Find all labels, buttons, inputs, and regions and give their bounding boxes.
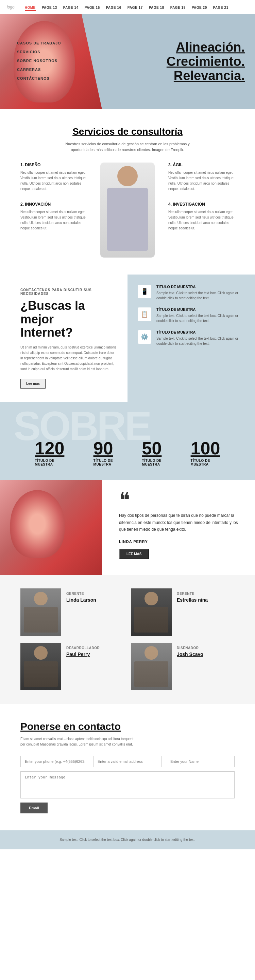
servicios-section: Servicios de consultoría Nuestros servic… — [0, 109, 255, 275]
quote-lee-mas-button[interactable]: LEE MAS — [119, 549, 149, 559]
contact-form: Email — [21, 756, 234, 813]
quote-section: ❝ Hay dos tipos de personas que te dirán… — [0, 480, 255, 575]
nav-item-p21[interactable]: PAGE 21 — [213, 4, 228, 10]
hero-tagline: Alineación. Crecimiento. Relevancia. — [167, 40, 245, 83]
team-name-4: Josh Scavo — [177, 652, 203, 657]
team-photo-2 — [131, 589, 172, 636]
team-photo-1 — [21, 589, 61, 636]
servicios-item-4: 4. INVESTIGACIÓN Nec ullamcorper sit ame… — [168, 202, 234, 231]
team-section: GERENTE Linda Larson GERENTE Estrellas n… — [0, 575, 255, 704]
hero-menu: CASOS DE TRABAJO SERVICIOS SOBRE NOSOTRO… — [17, 40, 61, 84]
stat-number-4: 100 — [191, 439, 220, 457]
stat-item-2: 90 TÍTULO DEMUESTRA — [93, 439, 113, 466]
lee-mas-button[interactable]: Lee mas — [21, 379, 46, 388]
nav-item-p14[interactable]: PAGE 14 — [63, 4, 79, 10]
servicios-item-1: 1. DISEÑO Nec ullamcorper sit amet risus… — [21, 162, 87, 192]
team-name-2: Estrellas nina — [177, 597, 208, 603]
nav-item-p15[interactable]: PAGE 15 — [85, 4, 100, 10]
team-role-1: GERENTE — [66, 592, 96, 595]
message-textarea[interactable] — [21, 771, 234, 799]
stat-number-1: 120 — [35, 439, 64, 457]
feature-icon-1: 📱 — [138, 285, 151, 298]
stat-item-3: 50 TÍTULO DEMUESTRA — [142, 439, 162, 466]
quote-image — [0, 480, 102, 575]
footer-text: Sample text. Click to select the text bo… — [21, 837, 234, 843]
buscas-section: CONTÁCTENOS PARA DISCUTIR SUS NECESIDADE… — [0, 275, 255, 402]
team-name-3: Paul Perry — [66, 652, 99, 657]
navbar: logo HOME PAGE 13 PAGE 14 PAGE 15 PAGE 1… — [0, 0, 255, 14]
servicios-item-3: 3. ÁGIL Nec ullamcorper sit amet risus n… — [168, 162, 234, 192]
contact-row-1 — [21, 756, 234, 767]
team-role-4: DISEÑADOR — [177, 646, 203, 650]
contact-desc: Etiam sit amet convallis erat – class ap… — [21, 737, 191, 747]
hero-menu-sobre[interactable]: SOBRE NOSOTROS — [17, 57, 61, 64]
stat-item-4: 100 TÍTULO DEMUESTRA — [191, 439, 220, 466]
team-photo-4 — [131, 643, 172, 690]
hero-section: CASOS DE TRABAJO SERVICIOS SOBRE NOSOTRO… — [0, 14, 255, 109]
team-info-3: DESARROLLADOR Paul Perry — [66, 643, 99, 657]
feature-text-2: TÍTULO DE MUESTRA Sample text. Click to … — [156, 307, 245, 323]
feature-item-3: ⚙️ TÍTULO DE MUESTRA Sample text. Click … — [138, 330, 245, 346]
servicios-title: Servicios de consultoría — [21, 126, 234, 137]
team-card-2: GERENTE Estrellas nina — [131, 589, 234, 636]
feature-item-2: 📋 TÍTULO DE MUESTRA Sample text. Click t… — [138, 307, 245, 323]
footer: Sample text. Click to select the text bo… — [0, 830, 255, 850]
nav-links: HOME PAGE 13 PAGE 14 PAGE 15 PAGE 16 PAG… — [25, 4, 228, 10]
hero-menu-carreras[interactable]: CARRERAS — [17, 66, 61, 72]
servicios-subtitle: Nuestros servicios de consultoría de ges… — [59, 141, 196, 152]
team-card-1: GERENTE Linda Larson — [21, 589, 124, 636]
servicios-left: 1. DISEÑO Nec ullamcorper sit amet risus… — [21, 162, 87, 241]
team-role-2: GERENTE — [177, 592, 208, 595]
team-info-4: DISEÑADOR Josh Scavo — [177, 643, 203, 657]
nav-item-p16[interactable]: PAGE 16 — [106, 4, 121, 10]
buscas-title: ¿Buscas la mejor Internet? — [21, 299, 117, 339]
nav-item-p19[interactable]: PAGE 19 — [170, 4, 186, 10]
servicios-item-2: 2. INNOVACIÓN Nec ullamcorper sit amet r… — [21, 202, 87, 231]
hero-menu-casos[interactable]: CASOS DE TRABAJO — [17, 40, 61, 46]
name-input[interactable] — [166, 756, 234, 767]
team-info-2: GERENTE Estrellas nina — [177, 589, 208, 603]
submit-button[interactable]: Email — [21, 803, 48, 813]
contact-section: Ponerse en contacto Etiam sit amet conva… — [0, 704, 255, 830]
stat-number-2: 90 — [93, 439, 113, 457]
nav-logo: logo — [7, 5, 14, 10]
stat-label-1: TÍTULO DEMUESTRA — [35, 459, 64, 466]
team-photo-3 — [21, 643, 61, 690]
quote-author: LINDA PERRY — [119, 539, 241, 544]
quote-text: Hay dos tipos de personas que te dirán q… — [119, 512, 241, 533]
team-info-1: GERENTE Linda Larson — [66, 589, 96, 603]
buscas-right: 📱 TÍTULO DE MUESTRA Sample text. Click t… — [127, 275, 255, 402]
stat-item-1: 120 TÍTULO DEMUESTRA — [35, 439, 64, 466]
team-name-1: Linda Larson — [66, 597, 96, 603]
buscas-label: CONTÁCTENOS PARA DISCUTIR SUS NECESIDADE… — [21, 288, 117, 296]
team-role-3: DESARROLLADOR — [66, 646, 99, 650]
feature-item-1: 📱 TÍTULO DE MUESTRA Sample text. Click t… — [138, 285, 245, 301]
contact-title: Ponerse en contacto — [21, 721, 234, 732]
phone-input[interactable] — [21, 756, 89, 767]
nav-item-p18[interactable]: PAGE 18 — [149, 4, 164, 10]
quote-mark: ❝ — [119, 495, 241, 505]
servicios-center-image — [93, 162, 162, 258]
feature-text-3: TÍTULO DE MUESTRA Sample text. Click to … — [156, 330, 245, 346]
nav-item-p20[interactable]: PAGE 20 — [192, 4, 207, 10]
buscas-left: CONTÁCTENOS PARA DISCUTIR SUS NECESIDADE… — [0, 275, 127, 402]
hero-menu-contacto[interactable]: CONTÁCTENOS — [17, 75, 61, 81]
stat-number-3: 50 — [142, 439, 162, 457]
buscas-text: Ut enim ad minim veniam, quis nostrud ex… — [21, 345, 117, 372]
nav-item-p17[interactable]: PAGE 17 — [127, 4, 143, 10]
feature-text-1: TÍTULO DE MUESTRA Sample text. Click to … — [156, 285, 245, 301]
feature-icon-3: ⚙️ — [138, 330, 151, 344]
hero-menu-servicios[interactable]: SERVICIOS — [17, 49, 61, 55]
team-card-4: DISEÑADOR Josh Scavo — [131, 643, 234, 690]
stats-grid: 120 TÍTULO DEMUESTRA 90 TÍTULO DEMUESTRA… — [21, 439, 234, 466]
stat-label-4: TÍTULO DEMUESTRA — [191, 459, 220, 466]
team-card-3: DESARROLLADOR Paul Perry — [21, 643, 124, 690]
email-input[interactable] — [93, 756, 162, 767]
nav-item-p13[interactable]: PAGE 13 — [42, 4, 57, 10]
nav-item-home[interactable]: HOME — [25, 4, 36, 10]
submit-row: Email — [21, 803, 234, 813]
servicios-grid: 1. DISEÑO Nec ullamcorper sit amet risus… — [21, 162, 234, 258]
team-grid: GERENTE Linda Larson GERENTE Estrellas n… — [21, 589, 234, 690]
sobre-section: SOBRE 120 TÍTULO DEMUESTRA 90 TÍTULO DEM… — [0, 402, 255, 480]
stat-label-3: TÍTULO DEMUESTRA — [142, 459, 162, 466]
